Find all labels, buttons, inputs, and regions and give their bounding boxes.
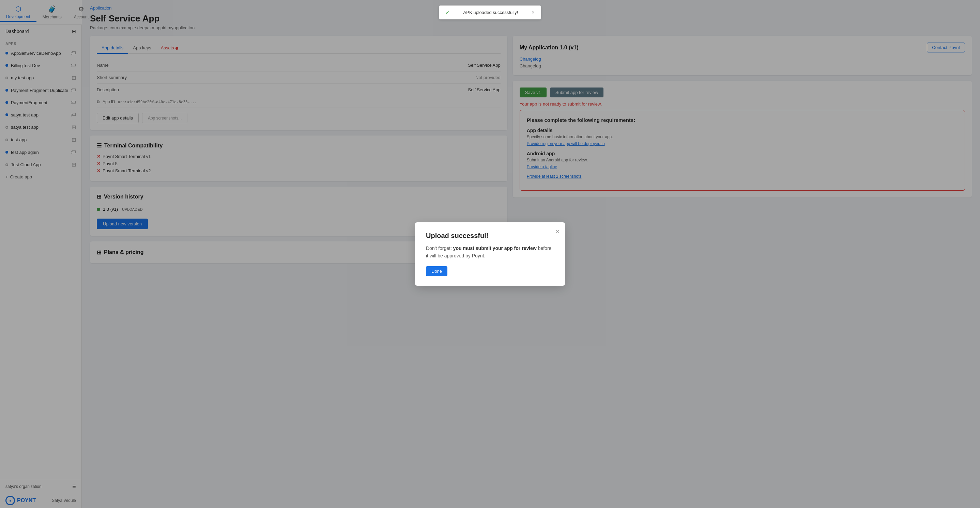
modal-title: Upload successful! — [426, 232, 554, 240]
toast-check-icon: ✓ — [445, 9, 450, 16]
toast-message: APK uploaded successfully! — [463, 10, 518, 15]
modal-done-button[interactable]: Done — [426, 266, 447, 276]
modal-actions: Done — [426, 266, 554, 276]
toast-notification: ✓ APK uploaded successfully! × — [439, 5, 541, 19]
modal-close-button[interactable]: × — [555, 228, 560, 236]
toast-close-button[interactable]: × — [531, 10, 535, 16]
modal-overlay: × Upload successful! Don't forget: you m… — [0, 0, 980, 508]
modal-body: Don't forget: you must submit your app f… — [426, 244, 554, 260]
upload-success-modal: × Upload successful! Don't forget: you m… — [415, 222, 565, 286]
